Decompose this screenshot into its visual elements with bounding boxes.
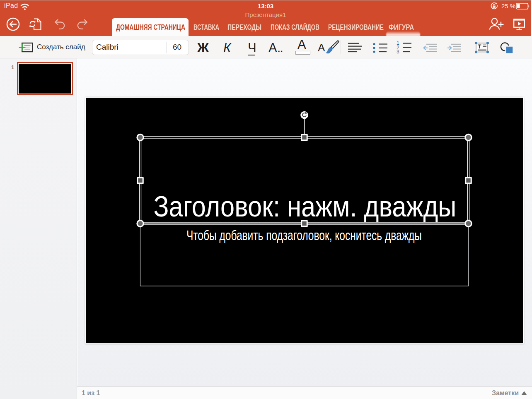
svg-text:3: 3 [397, 49, 399, 54]
svg-text:Заголовок: нажм. дважды: Заголовок: нажм. дважды [154, 190, 457, 223]
svg-text:Чтобы добавить подзаголовок, к: Чтобы добавить подзаголовок, коснитесь д… [186, 227, 422, 243]
